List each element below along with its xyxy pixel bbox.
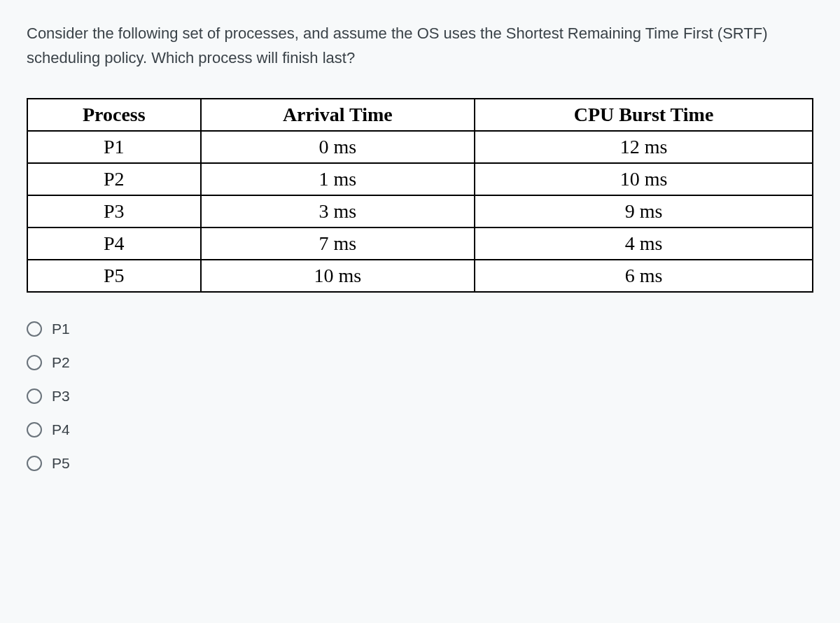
option-label: P5	[52, 455, 70, 472]
question-text: Consider the following set of processes,…	[27, 21, 813, 70]
cell-burst: 4 ms	[475, 227, 813, 260]
process-table: Process Arrival Time CPU Burst Time P1 0…	[27, 98, 813, 293]
cell-arrival: 0 ms	[201, 131, 475, 163]
cell-process: P5	[27, 260, 201, 292]
option-p3[interactable]: P3	[27, 388, 813, 405]
table-header-row: Process Arrival Time CPU Burst Time	[27, 99, 813, 131]
table-row: P5 10 ms 6 ms	[27, 260, 813, 292]
cell-burst: 6 ms	[475, 260, 813, 292]
option-label: P4	[52, 421, 70, 438]
radio-icon	[27, 321, 42, 337]
option-p2[interactable]: P2	[27, 354, 813, 371]
cell-process: P3	[27, 195, 201, 227]
radio-icon	[27, 355, 42, 370]
cell-burst: 9 ms	[475, 195, 813, 227]
option-p4[interactable]: P4	[27, 421, 813, 438]
options-list: P1 P2 P3 P4 P5	[27, 321, 813, 472]
option-p5[interactable]: P5	[27, 455, 813, 472]
cell-burst: 12 ms	[475, 131, 813, 163]
cell-arrival: 3 ms	[201, 195, 475, 227]
table-row: P3 3 ms 9 ms	[27, 195, 813, 227]
header-arrival-time: Arrival Time	[201, 99, 475, 131]
option-label: P1	[52, 321, 70, 337]
cell-arrival: 10 ms	[201, 260, 475, 292]
radio-icon	[27, 422, 42, 438]
table-row: P2 1 ms 10 ms	[27, 163, 813, 195]
cell-process: P4	[27, 227, 201, 260]
header-cpu-burst-time: CPU Burst Time	[475, 99, 813, 131]
cell-arrival: 7 ms	[201, 227, 475, 260]
cell-arrival: 1 ms	[201, 163, 475, 195]
radio-icon	[27, 456, 42, 471]
option-label: P2	[52, 354, 70, 371]
cell-process: P2	[27, 163, 201, 195]
option-p1[interactable]: P1	[27, 321, 813, 337]
option-label: P3	[52, 388, 70, 405]
cell-burst: 10 ms	[475, 163, 813, 195]
table-row: P4 7 ms 4 ms	[27, 227, 813, 260]
table-row: P1 0 ms 12 ms	[27, 131, 813, 163]
cell-process: P1	[27, 131, 201, 163]
header-process: Process	[27, 99, 201, 131]
radio-icon	[27, 388, 42, 404]
